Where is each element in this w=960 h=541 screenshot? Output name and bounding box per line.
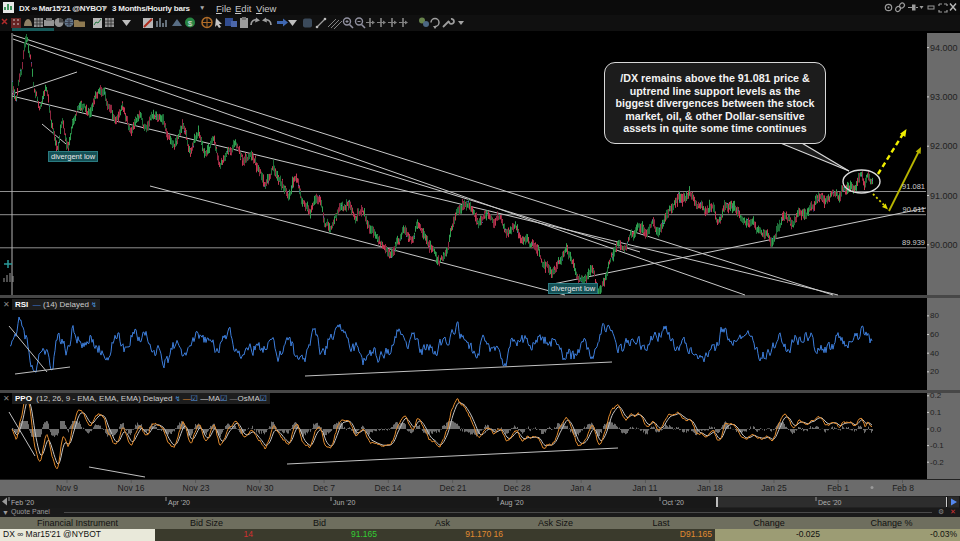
svg-text:Apr '20: Apr '20	[168, 499, 190, 507]
svg-text:92.000: 92.000	[930, 141, 958, 151]
svg-text:-0.1: -0.1	[930, 441, 944, 450]
svg-text:Jan 4: Jan 4	[571, 483, 592, 493]
svg-text:60: 60	[930, 330, 939, 339]
svg-text:91.000: 91.000	[930, 191, 958, 201]
svg-text:Dec 21: Dec 21	[440, 483, 467, 493]
svg-text:Jan 25: Jan 25	[761, 483, 787, 493]
svg-text:Dec 7: Dec 7	[313, 483, 335, 493]
svg-text:-0.2: -0.2	[930, 458, 944, 467]
svg-text:0.1: 0.1	[930, 408, 942, 417]
svg-text:20: 20	[930, 367, 939, 376]
svg-text:Dec '20: Dec '20	[818, 499, 842, 506]
svg-text:Aug '20: Aug '20	[500, 499, 524, 507]
svg-text:Dec 28: Dec 28	[504, 483, 531, 493]
svg-text:$: $	[188, 19, 193, 28]
svg-text:Feb 8: Feb 8	[892, 483, 914, 493]
svg-text:94.000: 94.000	[930, 43, 958, 53]
svg-text:Jan 18: Jan 18	[697, 483, 723, 493]
svg-text:Dec 14: Dec 14	[375, 483, 402, 493]
svg-text:0.0: 0.0	[930, 425, 942, 434]
svg-text:Nov 16: Nov 16	[118, 483, 145, 493]
svg-text:91.081: 91.081	[902, 182, 925, 191]
svg-text:Nov 23: Nov 23	[183, 483, 210, 493]
svg-text:Feb 1: Feb 1	[827, 483, 849, 493]
svg-text:Jun '20: Jun '20	[333, 499, 355, 506]
svg-text:Jan 11: Jan 11	[633, 483, 658, 493]
svg-text:90.611: 90.611	[903, 205, 925, 214]
svg-text:89.939: 89.939	[902, 238, 925, 247]
svg-text:Oct '20: Oct '20	[662, 499, 684, 506]
svg-text:Feb '20: Feb '20	[11, 499, 34, 506]
svg-text:80: 80	[930, 311, 939, 320]
svg-text:Nov 9: Nov 9	[56, 483, 78, 493]
svg-text:0.2: 0.2	[930, 391, 942, 400]
svg-text:40: 40	[930, 349, 939, 358]
svg-text:90.000: 90.000	[930, 240, 958, 250]
svg-text:Nov 30: Nov 30	[247, 483, 274, 493]
svg-text:93.000: 93.000	[930, 92, 958, 102]
